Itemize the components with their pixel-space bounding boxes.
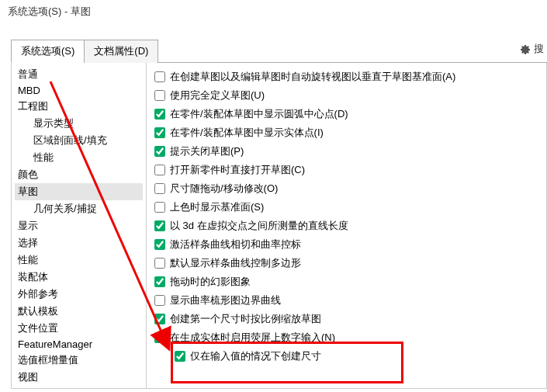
sidebar-item-2[interactable]: 工程图 [15, 98, 143, 115]
sidebar-item-9[interactable]: 显示 [15, 217, 143, 234]
option-label-4: 提示关闭草图(P) [170, 144, 244, 158]
option-checkbox-15[interactable] [175, 351, 185, 362]
tab-1[interactable]: 文档属性(D) [84, 40, 158, 63]
window-title: 系统选项(S) - 草图 [0, 0, 547, 23]
option-label-15: 仅在输入值的情况下创建尺寸 [190, 349, 321, 363]
option-checkbox-6[interactable] [154, 183, 165, 194]
sidebar-item-18[interactable]: 视图 [15, 369, 143, 386]
option-checkbox-4[interactable] [154, 146, 165, 157]
option-checkbox-8[interactable] [154, 220, 165, 231]
sidebar-item-3[interactable]: 显示类型 [15, 115, 143, 132]
content-area: 普通MBD工程图显示类型区域剖面线/填充性能颜色草图几何关系/捕捉显示选择性能装… [11, 63, 547, 389]
sidebar-item-12[interactable]: 装配体 [15, 269, 143, 286]
option-row-8[interactable]: 以 3d 在虚拟交点之间所测量的直线长度 [147, 217, 546, 235]
sidebar: 普通MBD工程图显示类型区域剖面线/填充性能颜色草图几何关系/捕捉显示选择性能装… [12, 63, 147, 388]
option-checkbox-9[interactable] [154, 239, 165, 250]
sidebar-item-16[interactable]: FeatureManager [15, 337, 143, 352]
sidebar-item-4[interactable]: 区域剖面线/填充 [15, 132, 143, 149]
option-label-6: 尺寸随拖动/移动修改(O) [170, 182, 278, 196]
option-label-0: 在创建草图以及编辑草图时自动旋转视图以垂直于草图基准面(A) [170, 70, 455, 84]
option-checkbox-2[interactable] [154, 109, 165, 120]
option-row-14[interactable]: 在生成实体时启用荧屏上数字输入(N) [147, 328, 546, 347]
option-label-9: 激活样条曲线相切和曲率控标 [170, 238, 301, 252]
option-row-2[interactable]: 在零件/装配体草图中显示圆弧中心点(D) [147, 105, 546, 123]
option-checkbox-10[interactable] [154, 258, 165, 269]
option-row-5[interactable]: 打开新零件时直接打开草图(C) [147, 161, 546, 179]
option-checkbox-13[interactable] [154, 314, 165, 324]
option-row-7[interactable]: 上色时显示基准面(S) [147, 198, 546, 217]
option-row-10[interactable]: 默认显示样条曲线控制多边形 [147, 254, 546, 272]
option-row-0[interactable]: 在创建草图以及编辑草图时自动旋转视图以垂直于草图基准面(A) [147, 68, 546, 86]
option-label-14: 在生成实体时启用荧屏上数字输入(N) [170, 331, 335, 345]
sidebar-item-17[interactable]: 选值框增量值 [15, 352, 143, 369]
option-row-13[interactable]: 创建第一个尺寸时按比例缩放草图 [147, 310, 546, 328]
sidebar-item-1[interactable]: MBD [15, 83, 143, 98]
sidebar-item-19[interactable]: 备份/恢复 [15, 386, 143, 388]
option-row-12[interactable]: 显示曲率梳形图边界曲线 [147, 291, 546, 310]
sidebar-item-5[interactable]: 性能 [15, 149, 143, 166]
option-row-1[interactable]: 使用完全定义草图(U) [147, 86, 546, 105]
option-label-12: 显示曲率梳形图边界曲线 [170, 293, 281, 307]
option-row-6[interactable]: 尺寸随拖动/移动修改(O) [147, 179, 546, 198]
option-label-7: 上色时显示基准面(S) [170, 200, 264, 214]
option-checkbox-12[interactable] [154, 295, 165, 306]
option-label-8: 以 3d 在虚拟交点之间所测量的直线长度 [170, 219, 348, 233]
sidebar-item-0[interactable]: 普通 [15, 66, 143, 83]
option-row-9[interactable]: 激活样条曲线相切和曲率控标 [147, 235, 546, 254]
sidebar-item-10[interactable]: 选择 [15, 234, 143, 252]
option-label-10: 默认显示样条曲线控制多边形 [170, 256, 301, 270]
option-row-15[interactable]: 仅在输入值的情况下创建尺寸 [147, 347, 546, 366]
option-row-11[interactable]: 拖动时的幻影图象 [147, 272, 546, 291]
option-checkbox-11[interactable] [154, 276, 165, 287]
options-panel: 在创建草图以及编辑草图时自动旋转视图以垂直于草图基准面(A)使用完全定义草图(U… [147, 63, 546, 388]
sidebar-item-8[interactable]: 几何关系/捕捉 [15, 200, 143, 217]
option-checkbox-5[interactable] [154, 165, 165, 175]
option-checkbox-0[interactable] [154, 71, 165, 82]
option-label-11: 拖动时的幻影图象 [170, 275, 251, 289]
tab-0[interactable]: 系统选项(S) [11, 40, 85, 63]
tab-bar: 系统选项(S)文档属性(D) [11, 39, 547, 63]
option-checkbox-14[interactable] [154, 332, 165, 343]
option-label-3: 在零件/装配体草图中显示实体点(I) [170, 126, 324, 140]
sidebar-item-7[interactable]: 草图 [15, 183, 143, 200]
option-row-4[interactable]: 提示关闭草图(P) [147, 142, 546, 161]
option-label-2: 在零件/装配体草图中显示圆弧中心点(D) [170, 107, 348, 121]
sidebar-item-15[interactable]: 文件位置 [15, 320, 143, 337]
option-label-5: 打开新零件时直接打开草图(C) [170, 163, 305, 177]
option-checkbox-7[interactable] [154, 202, 165, 213]
option-checkbox-3[interactable] [154, 127, 165, 138]
option-checkbox-1[interactable] [154, 90, 165, 101]
option-label-13: 创建第一个尺寸时按比例缩放草图 [170, 312, 321, 326]
option-row-3[interactable]: 在零件/装配体草图中显示实体点(I) [147, 123, 546, 142]
sidebar-item-14[interactable]: 默认模板 [15, 303, 143, 320]
sidebar-item-11[interactable]: 性能 [15, 252, 143, 269]
option-label-1: 使用完全定义草图(U) [170, 88, 265, 102]
sidebar-item-13[interactable]: 外部参考 [15, 286, 143, 303]
sidebar-item-6[interactable]: 颜色 [15, 166, 143, 183]
